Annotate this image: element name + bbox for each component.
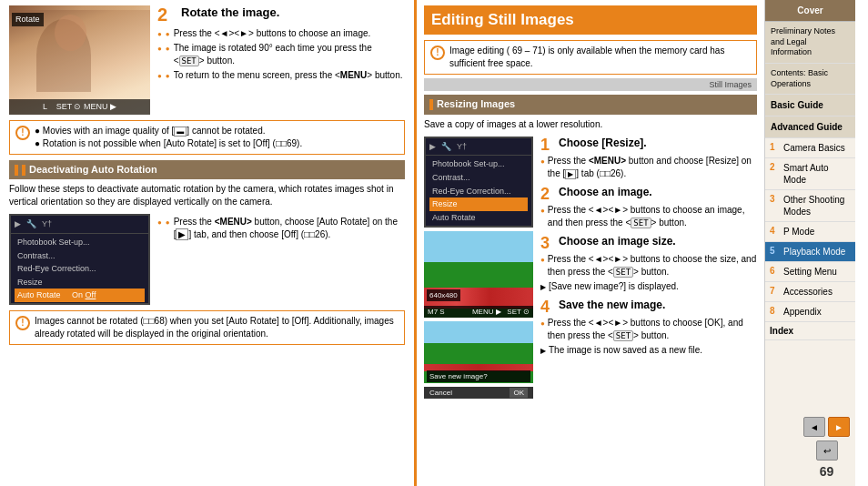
section-title: Editing Still Images: [424, 5, 757, 35]
auto-rotate-selected: Auto Rotate On Off: [15, 289, 145, 302]
sidebar-playback[interactable]: 5 Playback Mode: [765, 242, 855, 262]
sidebar-other-shooting[interactable]: 3 Other Shooting Modes: [765, 190, 855, 222]
resize-menu-image: ▶🔧Y† Photobook Set-up... Contrast... Red…: [424, 137, 533, 228]
save-dialog-text: Save new image?: [427, 370, 530, 382]
note1-line2: ● Rotation is not possible when [Auto Ro…: [35, 137, 302, 150]
step1-title: Choose [Resize].: [559, 137, 647, 151]
save-buttons-bar: Cancel OK: [424, 387, 533, 399]
note-icon-2: !: [15, 316, 30, 330]
save-new-image-screen: Save new image? Cancel OK: [424, 321, 533, 399]
still-images-badge: Still Images: [424, 78, 757, 92]
sidebar-advanced-guide[interactable]: Advanced Guide: [765, 116, 855, 138]
note-icon-1: !: [15, 126, 30, 140]
resizing-images-title: Resizing Images: [424, 95, 757, 114]
step2-header: 2 Rotate the image.: [157, 5, 405, 24]
rotate-image-bar: L SET ⊙ MENU ▶: [9, 99, 150, 115]
sidebar-cover[interactable]: Cover: [765, 0, 855, 22]
step3-bullet: ● Press the <◄><►> buttons to choose the…: [540, 253, 757, 278]
nav-prev-button[interactable]: ◄: [803, 417, 825, 437]
sidebar-setting-menu[interactable]: 6 Setting Menu: [765, 262, 855, 282]
step2-title-right: Choose an image.: [559, 186, 652, 200]
step3-num: 3: [540, 235, 555, 251]
step3-arrow: ▶ [Save new image?] is displayed.: [540, 280, 757, 293]
step4-title: Save the new image.: [559, 299, 665, 313]
step1-num: 1: [540, 137, 555, 153]
sidebar-index[interactable]: Index: [765, 322, 855, 340]
page-number: 69: [820, 464, 834, 479]
note-box-1: ! ● Movies with an image quality of [▬] …: [9, 120, 405, 155]
rotate-image: Rotate L SET ⊙ MENU ▶: [9, 5, 150, 115]
step2-bullet1: ● Press the <◄><►> buttons to choose an …: [157, 27, 405, 40]
deactivate-bullet: ● Press the <MENU> button, choose [Auto …: [157, 216, 405, 241]
step3-title: Choose an image size.: [559, 235, 676, 249]
step2-row-right: 2 Choose an image.: [540, 186, 757, 202]
camera-menu-image-2: ▶🔧Y† Photobook Set-up... Contrast... Red…: [9, 214, 150, 305]
note-box-2: ! Images cannot be rotated (□□68) when y…: [9, 310, 405, 345]
step1-bullet: ● Press the <MENU> button and choose [Re…: [540, 155, 757, 180]
note-editing-icon: !: [430, 46, 445, 60]
step4-row: 4 Save the new image.: [540, 299, 757, 315]
step3-row: 3 Choose an image size.: [540, 235, 757, 251]
resize-selected: Resize: [429, 197, 528, 211]
note2-text: Images cannot be rotated (□□68) when you…: [35, 315, 399, 340]
sidebar-p-mode[interactable]: 4 P Mode: [765, 222, 855, 242]
sidebar-accessories[interactable]: 7 Accessories: [765, 282, 855, 302]
step4-num: 4: [540, 299, 555, 315]
sidebar-basic-guide[interactable]: Basic Guide: [765, 95, 855, 116]
step4-arrow: ▶ The image is now saved as a new file.: [540, 344, 757, 357]
sidebar-contents[interactable]: Contents: Basic Operations: [765, 64, 855, 95]
resize-landscape-image: 640x480 M7 S MENU ▶ SET ⊙: [424, 231, 533, 318]
sidebar-smart-auto[interactable]: 2 Smart Auto Mode: [765, 158, 855, 190]
resize-bottom-bar: M7 S MENU ▶ SET ⊙: [424, 306, 533, 318]
note-editing: ! Image editing ( 69 – 71) is only avail…: [424, 40, 757, 75]
resize-label-640: 640x480: [427, 289, 460, 301]
step4-bullet: ● Press the <◄><►> buttons to choose [OK…: [540, 317, 757, 342]
note1-line1: ● Movies with an image quality of [▬] ca…: [35, 125, 302, 137]
step1-row: 1 Choose [Resize].: [540, 137, 757, 153]
step2-number: 2: [157, 5, 176, 24]
sidebar-prelim[interactable]: Preliminary Notes and Legal Information: [765, 22, 855, 64]
rotate-image-label: Rotate: [12, 13, 44, 26]
deactivate-body: Follow these steps to deactivate automat…: [9, 183, 405, 208]
sidebar-appendix[interactable]: 8 Appendix: [765, 302, 855, 322]
sidebar: Cover Preliminary Notes and Legal Inform…: [764, 0, 855, 486]
sidebar-camera-basics[interactable]: 1 Camera Basics: [765, 138, 855, 158]
nav-back-button[interactable]: ↩: [816, 440, 838, 461]
step2-bullet3: ● To return to the menu screen, press th…: [157, 69, 405, 82]
step2-title: Rotate the image.: [181, 5, 279, 21]
note-editing-text: Image editing ( 69 – 71) is only availab…: [449, 45, 751, 70]
step2-bullet-right: ● Press the <◄><►> buttons to choose an …: [540, 204, 757, 229]
step2-num-right: 2: [540, 186, 555, 202]
nav-next-button[interactable]: ►: [828, 417, 850, 437]
deactivate-section-title: Deactivating Auto Rotation: [9, 160, 405, 179]
step2-bullet2: ● The image is rotated 90° each time you…: [157, 42, 405, 67]
resize-desc: Save a copy of images at a lower resolut…: [424, 118, 757, 131]
